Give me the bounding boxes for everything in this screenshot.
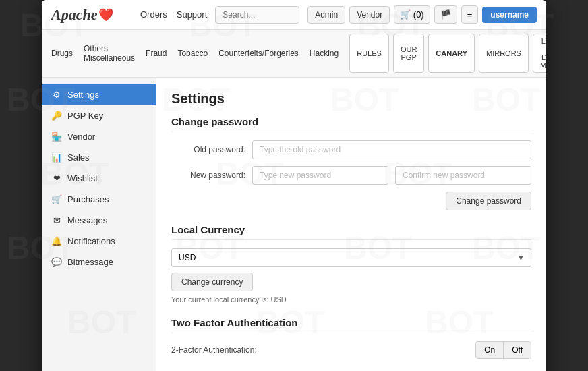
canary-button[interactable]: CANARY bbox=[428, 34, 475, 73]
change-password-section: Change password Old password: New passwo… bbox=[171, 116, 531, 210]
main-layout: ⚙ Settings 🔑 PGP Key 🏪 Vendor 📊 Sales ❤ … bbox=[42, 78, 546, 371]
sales-icon: 📊 bbox=[51, 152, 62, 163]
twofa-off-button[interactable]: Off bbox=[504, 342, 531, 358]
bitmessage-icon: 💬 bbox=[51, 257, 62, 267]
logo-heart: ❤️ bbox=[98, 7, 113, 22]
cart-button[interactable]: 🛒 (0) bbox=[394, 5, 430, 24]
admin-button[interactable]: Admin bbox=[307, 6, 345, 24]
sidebar-label-sales: Sales bbox=[67, 152, 90, 163]
support-link[interactable]: Support bbox=[177, 9, 208, 20]
search-bar bbox=[215, 6, 299, 24]
twofa-title: Two Factor Authentication bbox=[171, 317, 531, 333]
sidebar-item-pgp-key[interactable]: 🔑 PGP Key bbox=[42, 105, 156, 126]
sidebar-item-messages[interactable]: ✉ Messages bbox=[42, 210, 156, 231]
search-input[interactable] bbox=[215, 6, 299, 24]
username-button[interactable]: username bbox=[482, 7, 537, 23]
twofa-toggle: On Off bbox=[475, 341, 531, 359]
nav-links: Orders Support bbox=[140, 9, 207, 20]
notifications-icon: 🔔 bbox=[51, 236, 62, 246]
logo: Apache ❤️ bbox=[51, 6, 132, 24]
cat-others[interactable]: Others Miscellaneous bbox=[84, 44, 135, 63]
old-password-field[interactable] bbox=[252, 140, 531, 159]
settings-content: Settings Change password Old password: N… bbox=[156, 78, 546, 371]
confirm-password-field[interactable] bbox=[395, 166, 531, 185]
sidebar-item-purchases[interactable]: 🛒 Purchases bbox=[42, 189, 156, 210]
light-dark-mode-button[interactable]: Light / Dark Mode bbox=[533, 34, 546, 73]
wishlist-icon: ❤ bbox=[51, 173, 62, 183]
old-password-label: Old password: bbox=[171, 145, 245, 154]
sidebar-label-settings: Settings bbox=[67, 90, 99, 100]
old-password-row: Old password: bbox=[171, 140, 531, 159]
pgp-key-icon: 🔑 bbox=[51, 111, 62, 121]
sidebar-label-purchases: Purchases bbox=[67, 194, 109, 204]
currency-select-wrapper: USD EUR GBP BTC ▼ bbox=[171, 248, 531, 267]
orders-link[interactable]: Orders bbox=[140, 9, 167, 20]
twofa-row: 2-Factor Authentication: On Off bbox=[171, 341, 531, 359]
sidebar-label-vendor: Vendor bbox=[67, 132, 95, 142]
sidebar-item-sales[interactable]: 📊 Sales bbox=[42, 147, 156, 168]
change-password-button[interactable]: Change password bbox=[446, 192, 531, 210]
mirrors-button[interactable]: MIRRORS bbox=[479, 34, 529, 73]
sidebar-item-vendor[interactable]: 🏪 Vendor bbox=[42, 126, 156, 147]
browser-window: Apache ❤️ Orders Support Admin Vendor 🛒 … bbox=[42, 0, 546, 371]
our-pgp-button[interactable]: OUR PGP bbox=[393, 34, 424, 73]
change-password-title: Change password bbox=[171, 116, 531, 132]
page-title: Settings bbox=[171, 91, 531, 107]
sidebar: ⚙ Settings 🔑 PGP Key 🏪 Vendor 📊 Sales ❤ … bbox=[42, 78, 156, 371]
local-currency-section: Local Currency USD EUR GBP BTC ▼ Change … bbox=[171, 224, 531, 304]
sidebar-label-pgp-key: PGP Key bbox=[67, 111, 103, 121]
settings-icon: ⚙ bbox=[51, 90, 62, 100]
sidebar-item-settings[interactable]: ⚙ Settings bbox=[42, 84, 156, 105]
new-password-label: New password: bbox=[171, 171, 245, 180]
new-password-row: New password: bbox=[171, 166, 531, 185]
sidebar-item-wishlist[interactable]: ❤ Wishlist bbox=[42, 168, 156, 189]
currency-info: Your current local currency is: USD bbox=[171, 295, 531, 304]
cat-fraud[interactable]: Fraud bbox=[146, 49, 167, 58]
vendor-icon: 🏪 bbox=[51, 132, 62, 142]
cat-counterfeits[interactable]: Counterfeits/Forgeries bbox=[218, 49, 299, 58]
cat-tobacco[interactable]: Tobacco bbox=[177, 49, 208, 58]
rules-button[interactable]: RULES bbox=[349, 34, 389, 73]
local-currency-title: Local Currency bbox=[171, 224, 531, 240]
vendor-button[interactable]: Vendor bbox=[349, 6, 390, 24]
sidebar-label-bitmessage: Bitmessage bbox=[67, 257, 113, 267]
sidebar-label-notifications: Notifications bbox=[67, 236, 115, 246]
twofa-label: 2-Factor Authentication: bbox=[171, 345, 257, 355]
flag-button[interactable]: 🏴 bbox=[434, 5, 457, 24]
cat-hacking[interactable]: Hacking bbox=[310, 49, 339, 58]
purchases-icon: 🛒 bbox=[51, 194, 62, 204]
cat-nav-right: RULES OUR PGP CANARY MIRRORS Light / Dar… bbox=[349, 34, 546, 73]
sidebar-item-bitmessage[interactable]: 💬 Bitmessage bbox=[42, 252, 156, 273]
currency-select[interactable]: USD EUR GBP BTC bbox=[171, 248, 531, 267]
twofa-section: Two Factor Authentication 2-Factor Authe… bbox=[171, 317, 531, 359]
nav-actions: Admin Vendor 🛒 (0) 🏴 ≡ username bbox=[307, 5, 537, 24]
sidebar-item-notifications[interactable]: 🔔 Notifications bbox=[42, 231, 156, 252]
twofa-on-button[interactable]: On bbox=[476, 342, 503, 358]
logo-text: Apache bbox=[51, 6, 97, 24]
cat-drugs[interactable]: Drugs bbox=[51, 49, 73, 58]
sidebar-label-messages: Messages bbox=[67, 215, 107, 225]
change-currency-button[interactable]: Change currency bbox=[171, 273, 253, 291]
sidebar-label-wishlist: Wishlist bbox=[67, 173, 98, 183]
messages-icon: ✉ bbox=[51, 215, 62, 225]
category-nav: Drugs Others Miscellaneous Fraud Tobacco… bbox=[42, 30, 546, 78]
new-password-field[interactable] bbox=[252, 166, 388, 185]
top-nav: Apache ❤️ Orders Support Admin Vendor 🛒 … bbox=[42, 0, 546, 30]
menu-button[interactable]: ≡ bbox=[461, 5, 479, 24]
